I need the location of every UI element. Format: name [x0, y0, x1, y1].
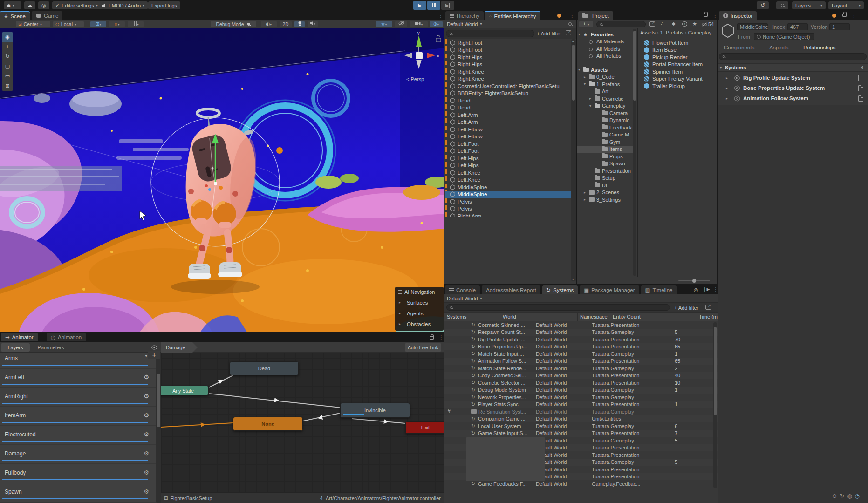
entity-row[interactable]: Right.Foot — [445, 47, 576, 54]
expand-arrow-icon[interactable] — [584, 197, 589, 202]
world-selector[interactable]: Default World▾ — [444, 20, 576, 28]
breadcrumb-gameplay[interactable]: Gameplay — [688, 30, 711, 35]
tab-animation[interactable]: ◷ Animation — [47, 333, 86, 341]
rect-tool-button[interactable]: ▭ — [2, 71, 13, 81]
asset-labels-icon[interactable]: ∴ — [661, 21, 663, 26]
zoom-slider[interactable] — [678, 280, 710, 281]
lighting-toggle-button[interactable] — [294, 21, 305, 27]
animator-layer-row[interactable]: Damage ⚙ ▾ — [0, 445, 156, 463]
tree-item[interactable]: 2_Scenes — [577, 189, 633, 197]
inspector-search-input[interactable] — [719, 53, 867, 60]
entity-row[interactable]: Left.Knee — [445, 177, 576, 184]
system-row[interactable]: Respawn Count St... Default World Tuatar… — [444, 329, 718, 336]
animator-layer-row[interactable]: Spawn ⚙ ▾ — [0, 483, 156, 502]
state-node-none[interactable]: None — [233, 417, 303, 431]
layout-dropdown[interactable]: Layout▾ — [828, 1, 864, 9]
tree-item[interactable]: Gameplay — [577, 102, 633, 110]
snap-button[interactable]: ∩▾ — [109, 21, 125, 27]
open-window-icon[interactable] — [649, 21, 655, 27]
gizmos-dropdown[interactable]: ⊕▾ — [430, 21, 443, 27]
system-row[interactable]: Debug Mode System Default World Tuatara.… — [444, 387, 718, 394]
gear-icon[interactable]: ⚙ — [144, 450, 149, 457]
ai-nav-obstacles[interactable]: Obstacles — [395, 319, 444, 329]
entity-row[interactable]: Right.Hips — [445, 54, 576, 61]
expand-arrow-icon[interactable] — [726, 86, 731, 90]
system-row[interactable]: Copy Cosmetic Sel... Default World Tuata… — [444, 372, 718, 380]
system-row[interactable]: Animation Follow S... Default World Tuat… — [444, 358, 718, 365]
asset-row[interactable]: Spinner Item — [639, 68, 717, 75]
tab-project[interactable]: Project — [578, 11, 613, 20]
script-doc-icon[interactable] — [858, 85, 863, 91]
system-row[interactable]: Game State Input S... Default World Tuat… — [444, 430, 718, 437]
column-header[interactable]: Time (m — [693, 313, 718, 321]
hierarchy-panel-menu[interactable]: ⋮ — [569, 13, 575, 19]
grid-toggle-button[interactable]: ⊞▾ — [90, 21, 106, 27]
fmod-audio-button[interactable]: FMOD / Audio ▾ — [99, 1, 148, 9]
inspector-tab[interactable]: Relationships — [802, 45, 836, 52]
expand-arrow-icon[interactable] — [726, 76, 731, 80]
animator-layer-row[interactable]: Electrocuted ⚙ ▾ — [0, 426, 156, 444]
tag-icon[interactable]: ◆ — [672, 21, 676, 26]
column-header[interactable]: Namespace — [577, 313, 610, 321]
console-tab[interactable]: Addressables Report — [482, 285, 540, 294]
expand-arrow-icon[interactable] — [589, 96, 595, 101]
entity-row[interactable]: Left.Elbow — [445, 133, 576, 141]
entity-row[interactable]: Head — [445, 104, 576, 112]
step-button[interactable]: ▶ — [441, 1, 454, 10]
gear-icon[interactable]: ⚙ — [144, 412, 149, 419]
entity-name-field[interactable]: MiddleSpine — [737, 23, 768, 30]
tab-entities-hierarchy[interactable]: ∴ Entities Hierarchy — [485, 11, 540, 20]
systems-section-header[interactable]: Systems 3 — [718, 63, 868, 72]
entity-row[interactable]: Left.Foot — [445, 148, 576, 155]
tree-item[interactable]: Presentation — [577, 167, 633, 175]
column-header[interactable]: Systems — [444, 313, 500, 321]
tree-item[interactable] — [577, 60, 633, 66]
tree-item[interactable]: 3_Settings — [577, 196, 633, 204]
entity-row[interactable]: Right.Hips — [445, 61, 576, 68]
ai-nav-agents[interactable]: Agents — [395, 308, 444, 319]
column-header[interactable]: Entity Count — [610, 313, 693, 321]
inspector-tab[interactable]: Components — [723, 45, 755, 52]
tab-hierarchy[interactable]: Hierarchy — [445, 11, 484, 20]
entity-row[interactable]: Right.Foot — [445, 39, 576, 47]
undo-history-button[interactable]: ↺ — [757, 1, 769, 9]
export-logs-button[interactable]: Export logs — [148, 1, 180, 9]
system-row[interactable]: Rig Profile Update ... Default World Tua… — [444, 336, 718, 343]
subtab-parameters[interactable]: Parameters — [31, 343, 71, 352]
pause-button[interactable] — [427, 1, 440, 10]
effects-dropdown[interactable]: ★▾ — [376, 21, 392, 27]
animator-layer-row[interactable]: ArmRight ⚙ ▾ — [0, 388, 156, 406]
tree-item[interactable]: Art — [577, 88, 633, 95]
animator-panel-menu[interactable]: ⋮ — [438, 334, 444, 341]
animator-layer-row[interactable]: Arms ⚙ ▾ — [0, 353, 156, 368]
console-tab[interactable]: ▣ Package Manager — [580, 285, 639, 294]
play-button[interactable]: ▶ — [413, 1, 426, 10]
tool-handle-rotation-dropdown[interactable]: ○ Local ▾ — [53, 21, 84, 27]
systems-search-input[interactable] — [446, 304, 670, 311]
animator-layer-row[interactable]: Fullbody ⚙ ▾ — [0, 464, 156, 483]
gear-icon[interactable]: ⚙ — [144, 374, 149, 381]
auto-live-link-button[interactable]: Auto Live Link — [405, 343, 441, 352]
tree-item[interactable]: Favorites — [577, 31, 633, 38]
scene-viewport[interactable]: ◉ + ↻ ▢ ▭ ⊞ y x < Persp — [0, 28, 444, 332]
warning-filter-icon[interactable]: ! — [682, 21, 687, 27]
entity-row[interactable]: Left.Knee — [445, 169, 576, 177]
scale-tool-button[interactable]: ▢ — [2, 61, 13, 71]
asset-row[interactable]: Portal Enhancer Item — [639, 61, 717, 68]
asset-row[interactable]: Super Frenzy Variant — [639, 75, 717, 83]
global-search-button[interactable] — [776, 1, 788, 9]
favorites-filter-icon[interactable]: ★ — [692, 21, 697, 27]
state-node-dead[interactable]: Dead — [230, 361, 299, 375]
scene-panel-menu[interactable]: ⋮ — [438, 13, 444, 19]
account-button[interactable]: ● ▾ — [4, 1, 21, 9]
entity-row[interactable]: Left.Elbow — [445, 126, 576, 133]
project-search-input[interactable] — [596, 21, 646, 27]
asset-row[interactable]: Item Base — [639, 47, 717, 54]
progress-icon[interactable]: ◔ — [855, 493, 860, 499]
animator-layer-row[interactable]: ArmLeft ⚙ ▾ — [0, 369, 156, 387]
project-panel-menu[interactable]: ⋮ — [712, 13, 718, 19]
refresh-icon[interactable]: ↻ — [840, 493, 844, 499]
expand-arrow-icon[interactable] — [578, 68, 583, 72]
system-row[interactable]: Cosmetic Selector ... Default World Tuat… — [444, 379, 718, 387]
entity-row[interactable]: Left.Foot — [445, 140, 576, 148]
